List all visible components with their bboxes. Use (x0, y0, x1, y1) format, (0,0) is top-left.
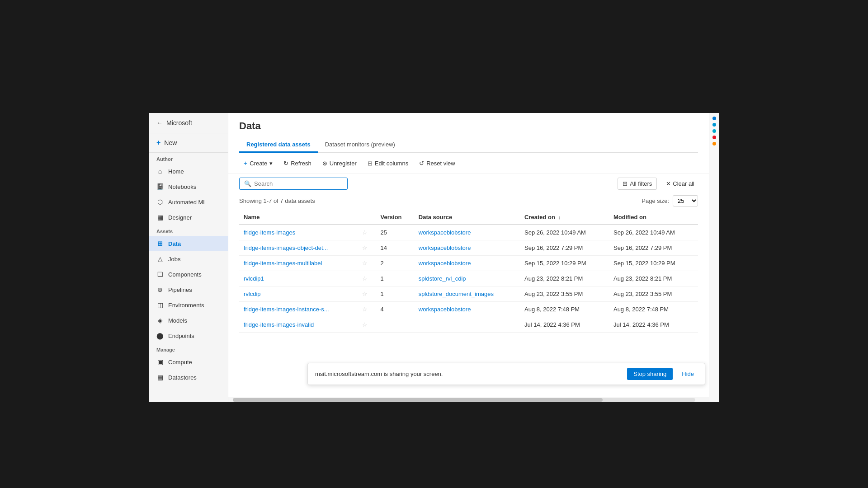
unregister-button[interactable]: ⊗ Unregister (318, 158, 361, 169)
new-label: New (164, 139, 177, 146)
sidebar-item-designer[interactable]: ▦ Designer (149, 210, 228, 225)
cell-star: ☆ (358, 256, 376, 271)
row-name-link[interactable]: fridge-items-images-instance-s... (244, 306, 329, 313)
star-icon[interactable]: ☆ (362, 275, 368, 282)
page-title: Data (239, 120, 698, 132)
cell-modified-on: Aug 23, 2022 3:55 PM (609, 286, 698, 302)
automated-ml-icon: ⬡ (156, 198, 164, 206)
sidebar-item-notebooks-label: Notebooks (168, 183, 196, 190)
sidebar-item-datastores[interactable]: ▤ Datastores (149, 370, 228, 385)
notification-text: msit.microsoftstream.com is sharing your… (315, 371, 622, 377)
row-datasource-link[interactable]: workspaceblobstore (419, 260, 471, 267)
sidebar-item-home[interactable]: ⌂ Home (149, 164, 228, 179)
search-input[interactable] (254, 180, 343, 187)
models-icon: ◈ (156, 317, 164, 324)
assets-table: Name Version Data source Created on ↓ Mo… (239, 210, 698, 333)
hide-button[interactable]: Hide (678, 368, 698, 380)
clear-all-label: Clear all (673, 180, 694, 187)
create-button[interactable]: + Create ▾ (239, 157, 277, 169)
home-icon: ⌂ (156, 168, 164, 175)
sidebar-item-components-label: Components (168, 271, 202, 278)
page-size-select[interactable]: 25 10 50 100 (673, 195, 698, 206)
main-content: Data Registered data assets Dataset moni… (228, 113, 709, 402)
star-icon[interactable]: ☆ (362, 321, 368, 328)
cell-name: fridge-items-images (239, 225, 358, 240)
new-button[interactable]: + New (149, 133, 228, 153)
star-icon[interactable]: ☆ (362, 306, 368, 313)
sidebar-item-data[interactable]: ⊞ Data (149, 236, 228, 251)
star-icon[interactable]: ☆ (362, 260, 368, 267)
row-name-link[interactable]: fridge-items-images-invalid (244, 321, 314, 328)
edit-columns-button[interactable]: ⊟ Edit columns (363, 158, 413, 169)
data-icon: ⊞ (156, 240, 164, 247)
star-icon[interactable]: ☆ (362, 244, 368, 251)
sidebar-item-components[interactable]: ❑ Components (149, 267, 228, 282)
row-datasource-link[interactable]: workspaceblobstore (419, 306, 471, 313)
endpoints-icon: ⬤ (156, 332, 164, 339)
cell-modified-on: Aug 23, 2022 8:21 PM (609, 271, 698, 286)
rp-dot-1 (712, 117, 716, 120)
sidebar-microsoft-label: Microsoft (166, 119, 192, 127)
table-row: rvlcdip ☆ 1 spldstore_document_images Au… (239, 286, 698, 302)
row-name-link[interactable]: fridge-items-images-multilabel (244, 260, 322, 267)
refresh-icon: ↻ (283, 160, 288, 167)
jobs-icon: △ (156, 255, 164, 263)
row-name-link[interactable]: rvlcdip1 (244, 275, 264, 282)
row-name-link[interactable]: fridge-items-images-object-det... (244, 244, 328, 251)
row-name-link[interactable]: fridge-items-images (244, 229, 295, 236)
row-name-link[interactable]: rvlcdip (244, 291, 261, 297)
cell-modified-on: Aug 8, 2022 7:48 PM (609, 302, 698, 317)
cell-data-source: workspaceblobstore (414, 256, 520, 271)
star-icon[interactable]: ☆ (362, 229, 368, 236)
designer-icon: ▦ (156, 214, 164, 221)
sidebar-item-environments-label: Environments (168, 302, 204, 309)
table-row: rvlcdip1 ☆ 1 spldstore_rvl_cdip Aug 23, … (239, 271, 698, 286)
stop-sharing-button[interactable]: Stop sharing (627, 368, 673, 380)
col-star (358, 210, 376, 225)
sidebar-item-endpoints-label: Endpoints (168, 333, 194, 339)
sidebar-item-endpoints[interactable]: ⬤ Endpoints (149, 328, 228, 343)
tab-dataset-monitors[interactable]: Dataset monitors (preview) (318, 137, 402, 153)
pipelines-icon: ⊕ (156, 286, 164, 293)
cell-name: fridge-items-images-multilabel (239, 256, 358, 271)
sidebar-item-notebooks[interactable]: 📓 Notebooks (149, 179, 228, 194)
row-datasource-link[interactable]: workspaceblobstore (419, 244, 471, 251)
sidebar-item-automated-ml-label: Automated ML (168, 199, 207, 206)
datastores-icon: ▤ (156, 374, 164, 381)
clear-all-button[interactable]: ✕ Clear all (662, 178, 698, 189)
sidebar-item-jobs[interactable]: △ Jobs (149, 251, 228, 267)
cell-name: fridge-items-images-instance-s... (239, 302, 358, 317)
row-datasource-link[interactable]: spldstore_rvl_cdip (419, 275, 466, 282)
notification-bar: msit.microsoftstream.com is sharing your… (307, 363, 705, 385)
sidebar-item-environments[interactable]: ◫ Environments (149, 297, 228, 313)
plus-icon: + (156, 139, 160, 147)
row-datasource-link[interactable]: spldstore_document_images (419, 291, 494, 297)
tab-registered-data-assets[interactable]: Registered data assets (239, 137, 318, 153)
all-filters-button[interactable]: ⊟ All filters (618, 178, 657, 190)
sidebar-item-pipelines[interactable]: ⊕ Pipelines (149, 282, 228, 297)
cell-star: ☆ (358, 225, 376, 240)
cell-created-on: Sep 16, 2022 7:29 PM (520, 240, 609, 256)
reset-view-icon: ↺ (419, 160, 424, 167)
section-manage: Manage (149, 343, 228, 354)
cell-star: ☆ (358, 271, 376, 286)
col-version: Version (376, 210, 414, 225)
sidebar-item-compute[interactable]: ▣ Compute (149, 354, 228, 370)
horizontal-scrollbar[interactable] (228, 397, 709, 402)
star-icon[interactable]: ☆ (362, 291, 368, 297)
cell-version: 1 (376, 286, 414, 302)
environments-icon: ◫ (156, 301, 164, 309)
rp-dot-5 (712, 142, 716, 145)
sidebar-item-automated-ml[interactable]: ⬡ Automated ML (149, 194, 228, 210)
sidebar-item-models[interactable]: ◈ Models (149, 313, 228, 328)
table-row: fridge-items-images-invalid ☆ Jul 14, 20… (239, 317, 698, 333)
col-created-on: Created on ↓ (520, 210, 609, 225)
row-datasource-link[interactable]: workspaceblobstore (419, 229, 471, 236)
reset-view-button[interactable]: ↺ Reset view (415, 158, 460, 169)
search-box[interactable]: 🔍 (239, 178, 348, 190)
refresh-button[interactable]: ↻ Refresh (279, 158, 316, 169)
cell-modified-on: Jul 14, 2022 4:36 PM (609, 317, 698, 333)
sidebar-microsoft[interactable]: ← Microsoft (149, 113, 228, 133)
notebooks-icon: 📓 (156, 183, 164, 190)
section-assets: Assets (149, 225, 228, 236)
